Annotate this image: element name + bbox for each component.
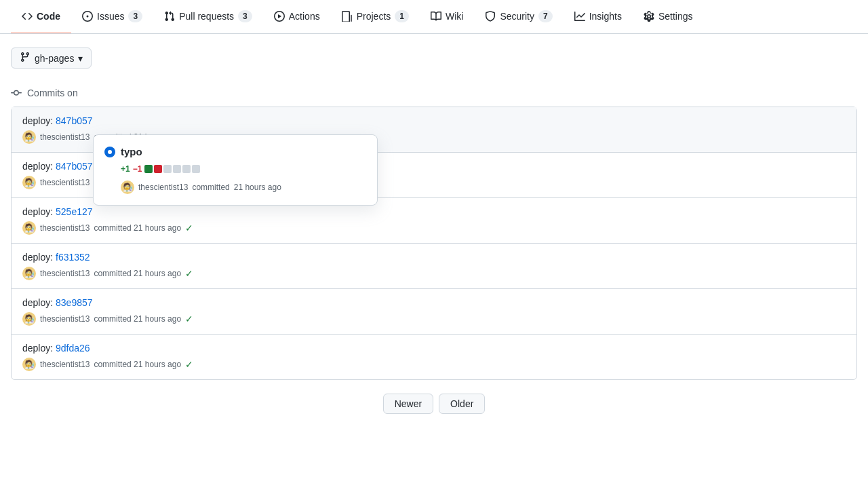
nav-item-security[interactable]: Security 7 (474, 0, 563, 34)
nav-item-projects[interactable]: Projects 1 (331, 0, 420, 34)
avatar: 🧑‍🔬 (22, 267, 36, 280)
commits-list: deploy: 847b057 🧑‍🔬 thescientist13 commi… (11, 107, 857, 380)
commit-time: committed 21 hours ago (94, 223, 181, 233)
tooltip-title: typo (104, 146, 366, 157)
table-row: deploy: 83e9857 🧑‍🔬 thescientist13 commi… (12, 289, 856, 335)
projects-badge: 1 (395, 10, 409, 22)
nav-label-security: Security (500, 11, 534, 22)
main-content: gh-pages ▾ Commits on deploy: 847b057 🧑‍… (0, 34, 868, 441)
diff-remove: −1 (133, 164, 142, 174)
nav-bar: Code Issues 3 Pull requests 3 Actions (0, 0, 868, 34)
check-icon: ✓ (185, 314, 193, 324)
check-icon: ✓ (185, 359, 193, 370)
nav-item-actions[interactable]: Actions (263, 0, 331, 34)
avatar: 🧑‍🔬 (22, 358, 36, 371)
nav-item-pull-requests[interactable]: Pull requests 3 (153, 0, 263, 34)
commits-header-text: Commits on (27, 88, 78, 98)
commit-hash-link[interactable]: f631352 (56, 252, 90, 263)
diff-add: +1 (121, 164, 130, 174)
code-icon (22, 11, 33, 22)
branch-name: gh-pages (35, 53, 74, 64)
commit-hash-link[interactable]: 847b057 (56, 161, 93, 172)
check-icon: ✓ (185, 268, 193, 279)
commit-author: thescientist13 (40, 360, 90, 369)
issues-icon (82, 11, 93, 22)
commit-hash-link[interactable]: 83e9857 (56, 297, 93, 308)
nav-label-issues: Issues (97, 11, 124, 22)
commit-tooltip: typo +1 −1 🧑‍🔬 thescie (93, 134, 378, 206)
security-icon (485, 11, 496, 22)
nav-item-wiki[interactable]: Wiki (420, 0, 474, 34)
diff-square-gray-1 (163, 165, 172, 173)
avatar: 🧑‍🔬 (22, 176, 36, 189)
commit-title: deploy: 525e127 (22, 206, 846, 217)
commit-time: committed 21 hours ago (94, 269, 181, 278)
nav-label-projects: Projects (357, 11, 391, 22)
diff-stat: +1 −1 (121, 164, 366, 174)
commit-dot-icon (104, 147, 115, 157)
tooltip-author: thescientist13 (138, 183, 188, 192)
chevron-down-icon: ▾ (78, 53, 83, 64)
settings-icon (644, 11, 654, 22)
newer-button[interactable]: Newer (383, 394, 433, 414)
nav-label-actions: Actions (289, 11, 320, 22)
branch-icon (20, 52, 31, 64)
avatar: 🧑‍🔬 (22, 130, 36, 144)
insights-icon (574, 11, 585, 22)
diff-square-red-1 (154, 165, 162, 173)
commit-meta: 🧑‍🔬 thescientist13 committed 21 hours ag… (22, 312, 846, 326)
branch-selector[interactable]: gh-pages ▾ (11, 48, 92, 69)
nav-item-issues[interactable]: Issues 3 (71, 0, 153, 34)
pull-requests-badge: 3 (238, 10, 252, 22)
table-row: deploy: 9dfda26 🧑‍🔬 thescientist13 commi… (12, 335, 856, 379)
commit-time: committed 21 hours ago (94, 314, 181, 324)
tooltip-meta: 🧑‍🔬 thescientist13 committed 21 hours ag… (121, 180, 366, 194)
commit-author: thescientist13 (40, 223, 90, 233)
commits-icon (11, 88, 22, 98)
avatar: 🧑‍🔬 (22, 221, 36, 235)
pagination: Newer Older (11, 380, 857, 428)
wiki-icon (431, 11, 441, 22)
tooltip-time: 21 hours ago (234, 183, 281, 192)
nav-item-settings[interactable]: Settings (633, 0, 704, 34)
nav-label-code: Code (37, 11, 60, 22)
security-badge: 7 (538, 10, 553, 22)
commits-header-area: Commits on (11, 79, 857, 107)
diff-square-gray-4 (192, 165, 200, 173)
commit-meta: 🧑‍🔬 thescientist13 committed 21 hours ag… (22, 221, 846, 235)
commit-hash-link[interactable]: 525e127 (56, 206, 93, 217)
commit-author: thescientist13 (40, 269, 90, 278)
diff-square-gray-2 (173, 165, 181, 173)
tooltip-avatar: 🧑‍🔬 (121, 180, 134, 194)
commit-hash-link[interactable]: 9dfda26 (56, 343, 90, 354)
table-row: deploy: f631352 🧑‍🔬 thescientist13 commi… (12, 244, 856, 289)
older-button[interactable]: Older (439, 394, 485, 414)
nav-label-wiki: Wiki (446, 11, 463, 22)
pull-requests-icon (164, 11, 175, 22)
commit-hash-link[interactable]: 847b057 (56, 115, 93, 126)
commit-meta: 🧑‍🔬 thescientist13 committed 21 hours ag… (22, 267, 846, 280)
diff-square-gray-3 (182, 165, 191, 173)
commit-meta: 🧑‍🔬 thescientist13 committed 21 hours ag… (22, 358, 846, 371)
nav-item-code[interactable]: Code (11, 0, 71, 34)
nav-label-settings: Settings (658, 11, 693, 22)
issues-badge: 3 (128, 10, 142, 22)
nav-item-insights[interactable]: Insights (564, 0, 633, 34)
diff-bar (144, 165, 200, 173)
actions-icon (274, 11, 285, 22)
commit-author: thescientist13 (40, 178, 90, 187)
commit-title: deploy: f631352 (22, 252, 846, 263)
avatar: 🧑‍🔬 (22, 312, 36, 326)
commit-title: deploy: 9dfda26 (22, 343, 846, 354)
commit-title: deploy: 847b057 (22, 115, 846, 126)
nav-label-pull-requests: Pull requests (179, 11, 234, 22)
nav-label-insights: Insights (589, 11, 622, 22)
diff-square-green-1 (144, 165, 153, 173)
commits-container: Commits on deploy: 847b057 🧑‍🔬 thescient… (11, 79, 857, 380)
projects-icon (342, 11, 353, 22)
check-icon: ✓ (185, 223, 193, 233)
commit-title: deploy: 83e9857 (22, 297, 846, 308)
tooltip-action: committed (192, 183, 229, 192)
commit-author: thescientist13 (40, 132, 90, 142)
commit-time: committed 21 hours ago (94, 360, 181, 369)
